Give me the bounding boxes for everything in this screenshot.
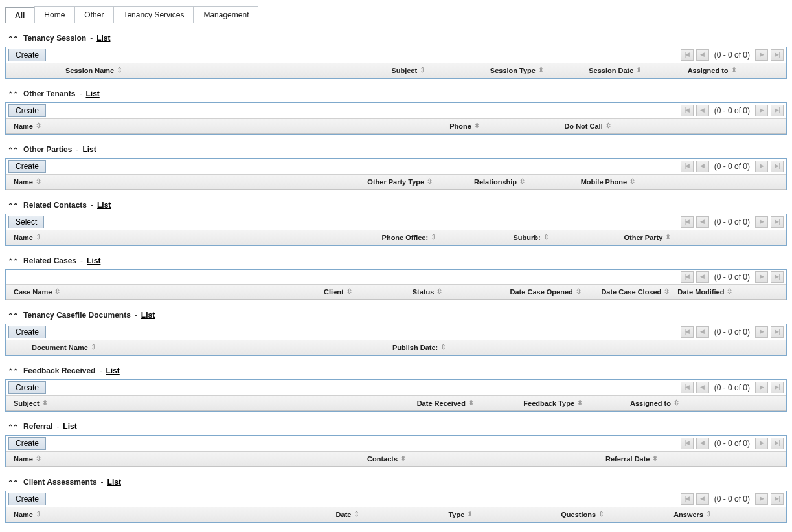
col-do-not-call[interactable]: Do Not Call <box>564 122 602 130</box>
sort-icon[interactable] <box>673 401 679 406</box>
pager-last-icon[interactable]: ▶| <box>771 49 784 61</box>
list-link[interactable]: List <box>96 34 110 43</box>
list-link[interactable]: List <box>82 145 96 154</box>
pager-first-icon[interactable]: |◀ <box>681 438 694 449</box>
sort-icon[interactable] <box>664 289 670 294</box>
pager-last-icon[interactable]: ▶| <box>771 493 784 505</box>
col-document-name[interactable]: Document Name <box>32 344 88 351</box>
pager-next-icon[interactable]: ▶ <box>755 216 768 228</box>
pager-first-icon[interactable]: |◀ <box>681 49 694 61</box>
sort-icon[interactable] <box>42 401 48 406</box>
sort-icon[interactable] <box>400 456 406 461</box>
sort-icon[interactable] <box>605 124 611 129</box>
create-button[interactable]: Create <box>8 493 46 505</box>
col-phone-office[interactable]: Phone Office: <box>382 234 429 241</box>
sort-icon[interactable] <box>440 345 446 350</box>
select-button[interactable]: Select <box>8 216 44 228</box>
pager-first-icon[interactable]: |◀ <box>681 161 694 172</box>
sort-icon[interactable] <box>91 345 96 350</box>
list-link[interactable]: List <box>107 478 121 487</box>
col-feedback-type[interactable]: Feedback Type <box>523 399 574 407</box>
collapse-icon[interactable]: ⌃⌃ <box>8 35 19 42</box>
col-session-date[interactable]: Session Date <box>589 67 633 74</box>
col-referral-date[interactable]: Referral Date <box>605 455 650 463</box>
col-name[interactable]: Name <box>14 511 33 518</box>
sort-icon[interactable] <box>420 68 425 73</box>
sort-icon[interactable] <box>427 179 433 184</box>
pager-last-icon[interactable]: ▶| <box>771 161 784 172</box>
pager-prev-icon[interactable]: ◀ <box>696 105 709 116</box>
sort-icon[interactable] <box>629 179 635 184</box>
sort-icon[interactable] <box>346 289 352 294</box>
sort-icon[interactable] <box>54 289 60 294</box>
pager-last-icon[interactable]: ▶| <box>771 271 784 283</box>
pager-next-icon[interactable]: ▶ <box>755 438 768 449</box>
list-link[interactable]: List <box>85 89 99 98</box>
create-button[interactable]: Create <box>8 326 46 338</box>
sort-icon[interactable] <box>576 289 582 294</box>
col-other-party-type[interactable]: Other Party Type <box>367 178 424 186</box>
pager-next-icon[interactable]: ▶ <box>755 382 768 393</box>
col-name[interactable]: Name <box>14 234 33 241</box>
sort-icon[interactable] <box>731 68 737 73</box>
tab-home[interactable]: Home <box>34 6 74 23</box>
collapse-icon[interactable]: ⌃⌃ <box>8 258 19 265</box>
sort-icon[interactable] <box>474 124 480 129</box>
sort-icon[interactable] <box>36 179 41 184</box>
pager-first-icon[interactable]: |◀ <box>681 493 694 505</box>
col-answers[interactable]: Answers <box>673 511 703 518</box>
col-contacts[interactable]: Contacts <box>367 455 398 463</box>
col-date-case-opened[interactable]: Date Case Opened <box>510 288 573 296</box>
tab-other[interactable]: Other <box>74 6 113 23</box>
col-relationship[interactable]: Relationship <box>474 178 517 186</box>
sort-icon[interactable] <box>436 289 442 294</box>
pager-first-icon[interactable]: |◀ <box>681 105 694 116</box>
pager-next-icon[interactable]: ▶ <box>755 161 768 172</box>
col-mobile-phone[interactable]: Mobile Phone <box>581 178 628 186</box>
sort-icon[interactable] <box>36 456 41 461</box>
sort-icon[interactable] <box>577 401 583 406</box>
sort-icon[interactable] <box>538 68 544 73</box>
col-date-received[interactable]: Date Received <box>417 399 466 407</box>
sort-icon[interactable] <box>467 512 473 517</box>
list-link[interactable]: List <box>63 422 76 431</box>
sort-icon[interactable] <box>706 512 712 517</box>
col-name[interactable]: Name <box>14 455 33 463</box>
sort-icon[interactable] <box>519 179 525 184</box>
sort-icon[interactable] <box>636 68 642 73</box>
pager-prev-icon[interactable]: ◀ <box>696 326 709 338</box>
col-publish-date[interactable]: Publish Date: <box>392 344 438 351</box>
sort-icon[interactable] <box>36 512 41 517</box>
col-phone[interactable]: Phone <box>449 122 471 130</box>
collapse-icon[interactable]: ⌃⌃ <box>8 91 19 98</box>
pager-first-icon[interactable]: |◀ <box>681 216 694 228</box>
sort-icon[interactable] <box>36 235 41 240</box>
col-assigned-to[interactable]: Assigned to <box>630 399 671 407</box>
pager-prev-icon[interactable]: ◀ <box>696 382 709 393</box>
col-name[interactable]: Name <box>14 178 33 186</box>
collapse-icon[interactable]: ⌃⌃ <box>8 423 19 430</box>
create-button[interactable]: Create <box>8 49 46 61</box>
sort-icon[interactable] <box>36 124 41 129</box>
col-date-modified[interactable]: Date Modified <box>677 288 724 296</box>
pager-last-icon[interactable]: ▶| <box>771 382 784 393</box>
pager-prev-icon[interactable]: ◀ <box>696 216 709 228</box>
collapse-icon[interactable]: ⌃⌃ <box>8 368 19 375</box>
col-status[interactable]: Status <box>413 288 435 296</box>
list-link[interactable]: List <box>97 201 111 210</box>
sort-icon[interactable] <box>117 68 122 73</box>
create-button[interactable]: Create <box>8 104 46 117</box>
col-client[interactable]: Client <box>324 288 344 296</box>
create-button[interactable]: Create <box>8 437 46 450</box>
col-suburb[interactable]: Suburb: <box>513 234 540 241</box>
col-date[interactable]: Date <box>336 511 352 518</box>
pager-next-icon[interactable]: ▶ <box>755 105 768 116</box>
pager-last-icon[interactable]: ▶| <box>771 326 784 338</box>
pager-first-icon[interactable]: |◀ <box>681 326 694 338</box>
col-other-party[interactable]: Other Party <box>624 234 662 241</box>
collapse-icon[interactable]: ⌃⌃ <box>8 146 19 153</box>
col-assigned-to[interactable]: Assigned to <box>688 67 729 74</box>
sort-icon[interactable] <box>431 235 436 240</box>
col-subject[interactable]: Subject <box>391 67 417 74</box>
col-case-name[interactable]: Case Name <box>14 288 52 296</box>
